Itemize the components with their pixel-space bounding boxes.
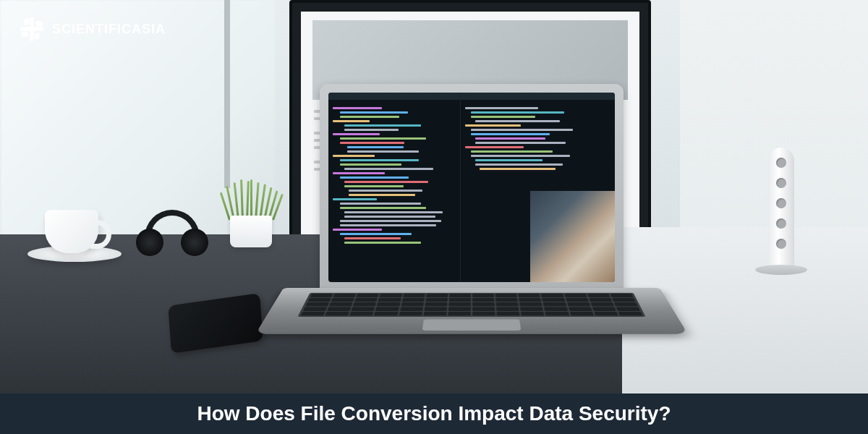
plant-pot [230,216,272,247]
scientificasia-logo-icon [19,16,45,42]
desk-plant [221,179,282,220]
caption-headline: How Does File Conversion Impact Data Sec… [197,402,671,425]
laptop-screen-code-editor [328,93,615,282]
svg-rect-1 [20,27,43,30]
laptop-trackpad [422,319,522,330]
hero-photo-scene: SCIENTIFICASIA [0,0,868,434]
brand-name: SCIENTIFICASIA [52,22,166,37]
laptop [284,84,660,373]
laptop-base [255,288,688,334]
headphones [136,210,208,256]
wifi-router [760,145,803,275]
code-pane-right [461,93,615,282]
laptop-wallpaper-mountain [530,191,615,282]
laptop-keyboard [297,293,645,317]
brand-watermark: SCIENTIFICASIA [19,16,166,42]
code-pane-left [328,93,461,282]
coffee-mug [45,210,98,253]
caption-bar: How Does File Conversion Impact Data Sec… [0,393,868,434]
laptop-lid [320,84,624,294]
window-frame [224,0,230,188]
